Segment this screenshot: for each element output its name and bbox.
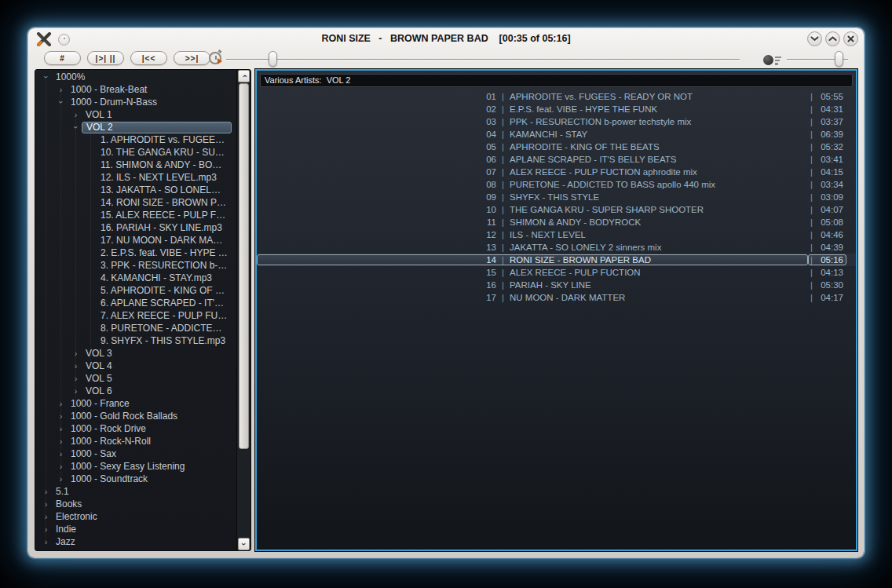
chevron-icon[interactable]: › — [55, 448, 67, 459]
separator: | — [502, 268, 504, 277]
playlist-row[interactable]: 12 | ILS - NEXT LEVEL | 04:46 — [257, 228, 856, 241]
tree-item[interactable]: › 15. ALEX REECE - PULP F… — [35, 209, 236, 221]
playlist-row[interactable]: 04 | KAMANCHI - STAY | 06:39 — [257, 128, 856, 141]
chevron-icon[interactable]: › — [40, 524, 52, 535]
tree-item[interactable]: › 12. ILS - NEXT LEVEL.mp3 — [35, 171, 236, 184]
chevron-icon[interactable]: › — [56, 97, 67, 108]
tree-item[interactable]: › 14. RONI SIZE - BROWN P… — [35, 196, 236, 209]
playlist-row[interactable]: 14 | RONI SIZE - BROWN PAPER BAD | 05:16 — [257, 254, 856, 266]
playlist-row[interactable]: 11 | SHIMON & ANDY - BODYROCK | 05:08 — [257, 216, 856, 228]
seek-slider-handle[interactable] — [269, 51, 277, 67]
playlist-row[interactable]: 07 | ALEX REECE - PULP FUCTION aphrodite… — [257, 166, 856, 178]
tree-item[interactable]: › 1. APHRODITE vs. FUGEE… — [35, 133, 236, 146]
maximize-button[interactable] — [825, 31, 840, 46]
scrollbar-thumb[interactable] — [239, 83, 249, 449]
chevron-icon[interactable]: › — [70, 348, 82, 359]
tree-item[interactable]: › 1000 - Drum-N-Bass — [35, 96, 236, 108]
scroll-down-button[interactable]: › — [238, 538, 250, 550]
playlist-row[interactable]: 08 | PURETONE - ADDICTED TO BASS apollo … — [257, 178, 856, 191]
playlist-row[interactable]: 05 | APHRODITE - KING OF THE BEATS | 05:… — [257, 141, 856, 153]
chevron-icon[interactable]: › — [40, 536, 52, 547]
tree-item[interactable]: › Jazz — [35, 535, 236, 548]
playlist-row[interactable]: 17 | NU MOON - DARK MATTER | 04:17 — [257, 291, 856, 304]
tree-item[interactable]: › Electronic — [35, 510, 236, 523]
tree-item[interactable]: › VOL 6 — [35, 385, 236, 397]
tree-item[interactable]: › VOL 5 — [35, 372, 236, 385]
playlist-row[interactable]: 10 | THE GANGA KRU - SUPER SHARP SHOOTER… — [257, 203, 856, 216]
chevron-icon[interactable]: › — [55, 473, 67, 484]
playlist-row[interactable]: 15 | ALEX REECE - PULP FUCTION | 04:13 — [257, 266, 856, 279]
chevron-icon[interactable]: › — [71, 122, 82, 133]
tree-item[interactable]: › 11. SHIMON & ANDY - BO… — [35, 159, 236, 171]
tree-item-label: 5. APHRODITE - KING OF … — [97, 285, 228, 296]
tree-item[interactable]: › Indie — [35, 523, 236, 535]
chevron-icon[interactable]: › — [55, 398, 67, 409]
menu-dot-button[interactable] — [58, 34, 70, 46]
titlebar[interactable]: RONI SIZE - BROWN PAPER BAD [00:35 of 05… — [28, 28, 864, 49]
tree-item[interactable]: › 1000 - France — [35, 397, 236, 410]
chevron-icon[interactable]: › — [41, 71, 52, 83]
tree-item[interactable]: › 1000 - Break-Beat — [35, 83, 236, 96]
tree-item[interactable]: › 16. PARIAH - SKY LINE.mp3 — [35, 221, 236, 234]
tree-item-label: Electronic — [52, 511, 101, 522]
scroll-up-button[interactable]: › — [238, 70, 250, 82]
playlist-row[interactable]: 03 | PPK - RESURECTION b-power techstyle… — [257, 115, 856, 128]
tree-item[interactable]: › 8. PURETONE - ADDICTE… — [35, 322, 236, 334]
next-track-button[interactable]: >>| — [174, 51, 210, 65]
tree-item[interactable]: › 3. PPK - RESURECTION b-… — [35, 259, 236, 272]
tree-item[interactable]: › 1000 - Gold Rock Ballads — [35, 410, 236, 422]
playlist-row[interactable]: 02 | E.P.S. feat. VIBE - HYPE THE FUNK |… — [257, 103, 856, 115]
track-time: 04:07 — [817, 205, 846, 214]
chevron-icon[interactable]: › — [55, 423, 67, 434]
tree-item[interactable]: › 6. APLANE SCRAPED - IT'… — [35, 297, 236, 309]
tree-item[interactable]: › 1000 - Rock Drive — [35, 422, 236, 435]
tree-item[interactable]: › 13. JAKATTA - SO LONEL… — [35, 184, 236, 196]
playlist-row[interactable]: 01 | APHRODITE vs. FUGEES - READY OR NOT… — [257, 90, 856, 103]
chevron-icon[interactable]: › — [40, 511, 52, 522]
tree-item[interactable]: › 1000 - Rock-N-Roll — [35, 435, 236, 447]
tree-scrollbar[interactable]: › › — [236, 70, 250, 550]
tree-item[interactable]: › 2. E.P.S. feat. VIBE - HYPE … — [35, 247, 236, 259]
stopwatch-icon[interactable] — [209, 52, 221, 64]
tree-item[interactable]: › 4. KAMANCHI - STAY.mp3 — [35, 272, 236, 284]
tree-item[interactable]: › VOL 3 — [35, 347, 236, 360]
chevron-icon[interactable]: › — [55, 436, 67, 447]
tree-item[interactable]: › VOL 4 — [35, 360, 236, 372]
chevron-icon[interactable]: › — [40, 486, 52, 497]
tree-item[interactable]: › VOL 2 — [35, 121, 236, 133]
chevron-icon[interactable]: › — [70, 373, 82, 384]
chevron-icon[interactable]: › — [70, 109, 82, 120]
seek-slider[interactable] — [226, 50, 740, 68]
tree-item[interactable]: › 1000 - Soundtrack — [35, 473, 236, 485]
play-pause-button[interactable]: |>| || — [87, 51, 124, 65]
tree-item[interactable]: › Books — [35, 498, 236, 510]
minimize-button[interactable] — [807, 31, 822, 46]
volume-slider[interactable] — [787, 50, 848, 68]
tree-item[interactable]: › 10. THE GANGA KRU - SU… — [35, 146, 236, 159]
tree-item[interactable]: › 1000% — [35, 71, 236, 83]
chevron-icon[interactable]: › — [55, 84, 67, 95]
tree-item[interactable]: › 9. SHYFX - THIS STYLE.mp3 — [35, 334, 236, 347]
tree-item[interactable]: › 17. NU MOON - DARK MA… — [35, 234, 236, 247]
chevron-icon[interactable]: › — [55, 411, 67, 422]
track-time: 04:15 — [817, 167, 846, 177]
volume-slider-handle[interactable] — [835, 51, 843, 67]
tree-item[interactable]: › 5.1 — [35, 485, 236, 498]
chevron-icon[interactable]: › — [70, 385, 82, 396]
tree-item[interactable]: › 5. APHRODITE - KING OF … — [35, 284, 236, 297]
tree-item[interactable]: › 1000 - Sexy Easy Listening — [35, 460, 236, 473]
playlist-mode-button[interactable]: # — [44, 51, 81, 65]
previous-track-button[interactable]: |<< — [130, 51, 167, 65]
close-button[interactable] — [843, 31, 858, 46]
chevron-icon[interactable]: › — [55, 461, 67, 472]
tree-item[interactable]: › 1000 - Sax — [35, 447, 236, 460]
track-number: 16 — [258, 280, 496, 290]
playlist-row[interactable]: 06 | APLANE SCRAPED - IT'S BELLY BEATS |… — [257, 153, 856, 166]
chevron-icon[interactable]: › — [70, 360, 82, 371]
playlist-row[interactable]: 09 | SHYFX - THIS STYLE | 03:09 — [257, 191, 856, 203]
chevron-icon[interactable]: › — [40, 499, 52, 509]
playlist-row[interactable]: 16 | PARIAH - SKY LINE | 05:30 — [257, 279, 856, 291]
playlist-row[interactable]: 13 | JAKATTA - SO LONELY 2 sinners mix |… — [257, 241, 856, 254]
tree-item[interactable]: › VOL 1 — [35, 108, 236, 121]
tree-item[interactable]: › 7. ALEX REECE - PULP FU… — [35, 309, 236, 322]
